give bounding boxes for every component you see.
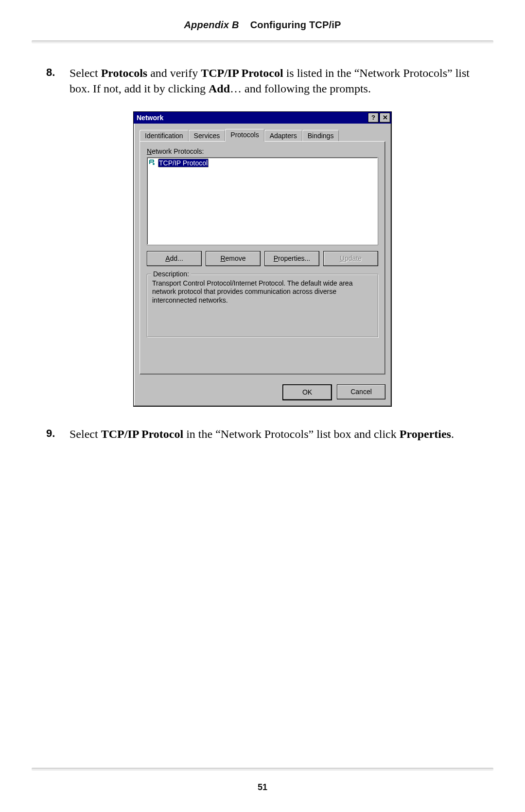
tab-protocols[interactable]: Protocols: [225, 129, 264, 142]
dialog-footer: OK Cancel: [134, 380, 391, 406]
step-8: 8. Select Protocols and verify TCP/IP Pr…: [46, 65, 479, 97]
list-item[interactable]: TCP/IP Protocol: [148, 159, 377, 167]
list-item-label: TCP/IP Protocol: [158, 159, 209, 167]
ok-button[interactable]: OK: [282, 384, 332, 400]
tab-adapters[interactable]: Adapters: [264, 130, 302, 141]
dialog-body: Identification Services Protocols Adapte…: [134, 124, 391, 380]
close-icon: ✕: [383, 114, 388, 121]
step-number: 8.: [46, 65, 70, 97]
description-legend: Description:: [151, 270, 191, 278]
content-area: 8. Select Protocols and verify TCP/IP Pr…: [46, 65, 479, 442]
cancel-button[interactable]: Cancel: [337, 384, 385, 399]
remove-button[interactable]: Remove: [206, 251, 261, 266]
network-protocols-listbox[interactable]: TCP/IP Protocol: [147, 157, 378, 245]
tab-services[interactable]: Services: [189, 130, 226, 141]
svg-point-1: [153, 163, 155, 165]
update-button: Update: [323, 251, 378, 266]
footer-rule: [32, 768, 493, 771]
description-groupbox: Description: Transport Control Protocol/…: [147, 274, 378, 337]
tab-bindings[interactable]: Bindings: [302, 130, 339, 141]
header-title: Configuring TCP/iP: [250, 19, 341, 30]
protocol-button-row: Add... Remove Properties... Update: [147, 251, 378, 266]
titlebar[interactable]: Network ? ✕: [134, 112, 391, 124]
add-button[interactable]: Add...: [147, 251, 202, 266]
protocol-icon: [148, 159, 156, 167]
step-number: 9.: [46, 426, 70, 442]
tab-identification[interactable]: Identification: [140, 130, 189, 141]
network-dialog: Network ? ✕ Identification Services Prot…: [133, 111, 392, 407]
appendix-label: Appendix B: [184, 19, 239, 30]
header-rule: [32, 40, 493, 43]
page-number: 51: [0, 782, 525, 793]
network-protocols-label: Network Protocols:: [147, 147, 378, 155]
properties-button[interactable]: Properties...: [264, 251, 319, 266]
window-title: Network: [137, 114, 367, 122]
document-page: Appendix B Configuring TCP/iP 8. Select …: [0, 0, 525, 812]
step-body: Select Protocols and verify TCP/IP Proto…: [70, 65, 479, 97]
tab-strip: Identification Services Protocols Adapte…: [140, 128, 385, 141]
step-body: Select TCP/IP Protocol in the “Network P…: [70, 426, 479, 442]
description-text: Transport Control Protocol/Internet Prot…: [152, 279, 373, 305]
help-button[interactable]: ?: [368, 113, 379, 123]
running-header: Appendix B Configuring TCP/iP: [46, 19, 479, 31]
tab-panel-protocols: Network Protocols:: [140, 141, 385, 375]
figure-network-dialog: Network ? ✕ Identification Services Prot…: [46, 111, 479, 407]
close-button[interactable]: ✕: [380, 113, 390, 123]
help-icon: ?: [371, 114, 375, 121]
step-9: 9. Select TCP/IP Protocol in the “Networ…: [46, 426, 479, 442]
